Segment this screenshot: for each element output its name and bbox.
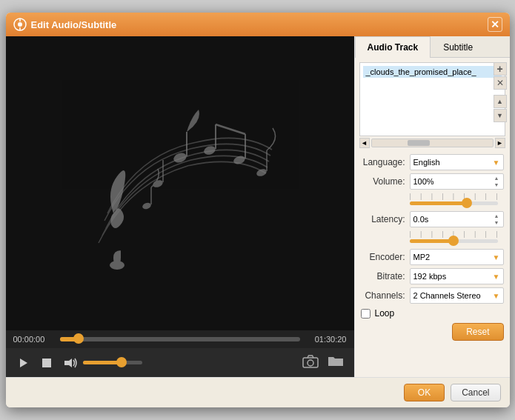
- svg-point-1: [18, 22, 22, 27]
- volume-tick-5: |: [453, 193, 454, 200]
- volume-tick-8: |: [485, 193, 487, 200]
- scroll-right-button[interactable]: ►: [495, 138, 505, 148]
- svg-marker-19: [20, 359, 27, 367]
- latency-slider-fill: [410, 239, 454, 243]
- volume-value: 100%: [413, 177, 434, 186]
- volume-slider-row: | | | | | | | | |: [410, 193, 498, 208]
- dialog: Edit Audio/Subtitle ✕: [6, 13, 510, 407]
- move-up-button[interactable]: ▲: [494, 95, 507, 108]
- tabs: Audio Track Subtitle: [355, 36, 510, 58]
- volume-spinner-arrows: ▲ ▼: [494, 175, 500, 188]
- volume-row: Volume: 100% ▲ ▼: [361, 173, 504, 190]
- bitrate-value: 192 kbps: [413, 272, 447, 281]
- volume-slider-thumb: [462, 198, 472, 208]
- video-area: [6, 36, 354, 330]
- move-down-button[interactable]: ▼: [494, 109, 507, 122]
- language-value: English: [413, 158, 440, 167]
- loop-row: Loop: [355, 307, 510, 320]
- language-dropdown[interactable]: English ▼: [410, 154, 504, 170]
- channels-value: 2 Channels Stereo: [413, 291, 481, 300]
- folder-button[interactable]: [328, 354, 344, 371]
- progress-bar-area: 00:00:00 01:30:20: [6, 330, 354, 348]
- scrollbar-row: ◄ ►: [359, 138, 505, 148]
- scroll-left-button[interactable]: ◄: [359, 138, 370, 148]
- scrollbar-thumb: [408, 140, 430, 146]
- svg-point-5: [110, 261, 124, 270]
- form-rows: Language: English ▼ Volume: 100%: [355, 151, 510, 307]
- latency-control: 0.0s ▲ ▼: [410, 211, 504, 227]
- volume-tick-labels: | | | | | | | | |: [410, 193, 498, 200]
- app-icon: [13, 18, 27, 31]
- volume-tick-7: |: [474, 193, 476, 200]
- latency-slider-row: | | | | | | | | |: [410, 230, 498, 246]
- add-track-button[interactable]: +: [494, 62, 507, 76]
- volume-spinner[interactable]: 100% ▲ ▼: [410, 173, 504, 190]
- title-bar-left: Edit Audio/Subtitle: [13, 18, 117, 31]
- channels-label: Channels:: [361, 290, 405, 301]
- volume-tick-3: |: [431, 193, 433, 200]
- current-time: 00:00:00: [13, 335, 54, 344]
- loop-label: Loop: [375, 308, 395, 319]
- track-action-buttons: + ✕ ▲ ▼: [494, 62, 507, 122]
- music-visualization: [62, 80, 299, 287]
- svg-point-23: [308, 360, 313, 366]
- latency-value: 0.0s: [413, 215, 429, 224]
- volume-label: Volume:: [361, 176, 405, 187]
- volume-up-arrow[interactable]: ▲: [494, 175, 500, 181]
- track-list-container: _clouds_the_promised_place_ + ✕ ▲ ▼: [359, 62, 505, 136]
- latency-slider[interactable]: [410, 239, 498, 243]
- encoder-dropdown[interactable]: MP2 ▼: [410, 249, 504, 265]
- cancel-button[interactable]: Cancel: [451, 384, 500, 401]
- controls-bar: [6, 348, 354, 377]
- tab-audio-track[interactable]: Audio Track: [355, 36, 431, 58]
- latency-spinner[interactable]: 0.0s ▲ ▼: [410, 211, 504, 227]
- language-dropdown-arrow: ▼: [493, 159, 500, 167]
- progress-thumb: [73, 333, 84, 344]
- latency-tick-8: |: [485, 230, 487, 238]
- right-panel: Audio Track Subtitle _clouds_the_promise…: [354, 36, 510, 377]
- remove-track-button[interactable]: ✕: [494, 76, 507, 90]
- svg-marker-21: [64, 359, 72, 367]
- latency-tick-6: |: [463, 230, 465, 238]
- snapshot-button[interactable]: [302, 355, 319, 371]
- volume-icon[interactable]: [62, 356, 79, 370]
- bitrate-dropdown[interactable]: 192 kbps ▼: [410, 268, 504, 284]
- latency-tick-7: |: [474, 230, 476, 238]
- loop-checkbox[interactable]: [361, 309, 371, 319]
- total-time: 01:30:20: [306, 335, 347, 344]
- svg-rect-20: [42, 359, 51, 367]
- bitrate-row: Bitrate: 192 kbps ▼: [361, 268, 504, 284]
- reset-button[interactable]: Reset: [452, 323, 503, 341]
- play-button[interactable]: [16, 356, 31, 370]
- channels-dropdown[interactable]: 2 Channels Stereo ▼: [410, 287, 504, 304]
- encoder-value: MP2: [413, 253, 431, 261]
- volume-fill: [83, 361, 122, 364]
- encoder-dropdown-arrow: ▼: [493, 253, 500, 261]
- horizontal-scrollbar[interactable]: [371, 139, 494, 147]
- latency-tick-4: |: [442, 230, 443, 238]
- ok-button[interactable]: OK: [404, 384, 445, 401]
- dialog-title: Edit Audio/Subtitle: [31, 19, 117, 30]
- latency-down-arrow[interactable]: ▼: [494, 219, 500, 226]
- encoder-control: MP2 ▼: [410, 249, 504, 265]
- svg-rect-4: [62, 80, 299, 287]
- volume-down-arrow[interactable]: ▼: [494, 181, 500, 188]
- language-row: Language: English ▼: [361, 154, 504, 170]
- track-list: _clouds_the_promised_place_: [359, 62, 505, 136]
- latency-row: Latency: 0.0s ▲ ▼: [361, 211, 504, 227]
- volume-tick-1: |: [410, 193, 411, 200]
- progress-track[interactable]: [60, 337, 300, 341]
- stop-button[interactable]: [40, 356, 53, 370]
- main-content: 00:00:00 01:30:20: [6, 36, 510, 377]
- language-label: Language:: [361, 157, 405, 167]
- volume-slider[interactable]: [410, 201, 498, 205]
- video-panel: 00:00:00 01:30:20: [6, 36, 354, 377]
- volume-tick-4: |: [442, 193, 443, 200]
- latency-up-arrow[interactable]: ▲: [494, 213, 500, 219]
- close-button[interactable]: ✕: [488, 17, 502, 32]
- volume-track[interactable]: [83, 361, 142, 364]
- track-item[interactable]: _clouds_the_promised_place_: [363, 66, 502, 78]
- track-list-content: _clouds_the_promised_place_: [360, 63, 505, 136]
- latency-tick-2: |: [420, 230, 422, 238]
- tab-subtitle[interactable]: Subtitle: [431, 36, 485, 58]
